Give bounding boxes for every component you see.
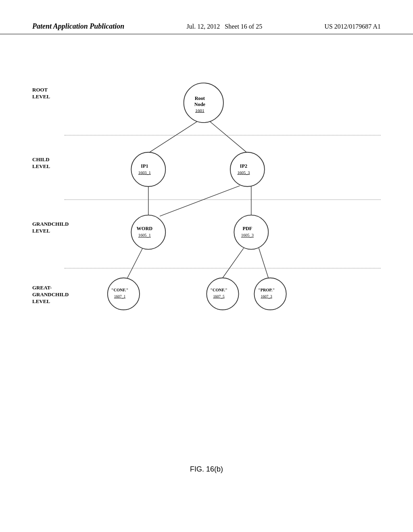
svg-text:"CONF.": "CONF."	[210, 288, 227, 292]
svg-point-19	[206, 278, 238, 310]
svg-text:Node: Node	[194, 102, 206, 107]
svg-text:WORD: WORD	[137, 226, 153, 231]
svg-text:1601: 1601	[195, 108, 204, 113]
publication-title: Patent Application Publication	[32, 22, 124, 31]
child-level-label: CHILDLEVEL	[32, 156, 63, 170]
svg-point-4	[131, 152, 165, 187]
edge-pdf-prop	[259, 248, 269, 278]
tree-diagram: ROOTLEVEL CHILDLEVEL GRANDCHILDLEVEL GRE…	[32, 64, 381, 347]
svg-text:PDF: PDF	[242, 226, 252, 231]
node-prop: "PROP." 1607_3	[254, 278, 286, 310]
publication-date: Jul. 12, 2012 Sheet 16 of 25	[187, 23, 263, 30]
edge-word-conf1	[127, 248, 143, 278]
figure-caption: FIG. 16(b)	[0, 465, 413, 474]
root-level-label: ROOTLEVEL	[32, 87, 63, 100]
node-pdf: PDF 1605_3	[234, 215, 268, 249]
svg-text:"PROP.": "PROP."	[258, 288, 275, 292]
svg-point-22	[254, 278, 286, 310]
node-conf1: "CONF." 1607_1	[108, 278, 140, 310]
svg-point-16	[108, 278, 140, 310]
edge-pdf-conf5	[223, 248, 244, 278]
page-header: Patent Application Publication Jul. 12, …	[0, 22, 413, 34]
svg-text:IP1: IP1	[141, 163, 148, 169]
node-root: Root Node 1601	[184, 83, 223, 123]
publication-number: US 2012/0179687 A1	[324, 23, 381, 30]
edge-ip2-word	[160, 186, 240, 216]
svg-text:IP2: IP2	[240, 163, 247, 169]
svg-text:1603_1: 1603_1	[138, 170, 151, 175]
grandchild-level-label: GRANDCHILDLEVEL	[32, 221, 63, 235]
svg-point-7	[230, 152, 265, 187]
svg-text:Root: Root	[195, 96, 205, 101]
svg-text:1607_3: 1607_3	[261, 295, 272, 299]
svg-text:1607_1: 1607_1	[114, 295, 126, 299]
svg-text:"CONF.": "CONF."	[111, 288, 129, 292]
svg-point-13	[234, 215, 268, 249]
svg-text:1605_1: 1605_1	[138, 233, 151, 237]
node-ip1: IP1 1603_1	[131, 152, 165, 187]
svg-text:1605_3: 1605_3	[241, 233, 254, 237]
tree-svg: Root Node 1601 IP1 1603_1 IP2 1605_3 WOR…	[65, 64, 381, 347]
edge-root-ip1	[148, 121, 198, 153]
svg-text:1607_5: 1607_5	[213, 295, 225, 299]
node-ip2: IP2 1605_3	[230, 152, 265, 187]
great-grandchild-level-label: GREAT-GRANDCHILDLEVEL	[32, 285, 63, 305]
svg-text:1605_3: 1605_3	[237, 170, 250, 175]
node-word: WORD 1605_1	[131, 215, 165, 249]
svg-point-10	[131, 215, 165, 249]
node-conf5: "CONF." 1607_5	[206, 278, 238, 310]
edge-root-ip2	[209, 121, 247, 153]
